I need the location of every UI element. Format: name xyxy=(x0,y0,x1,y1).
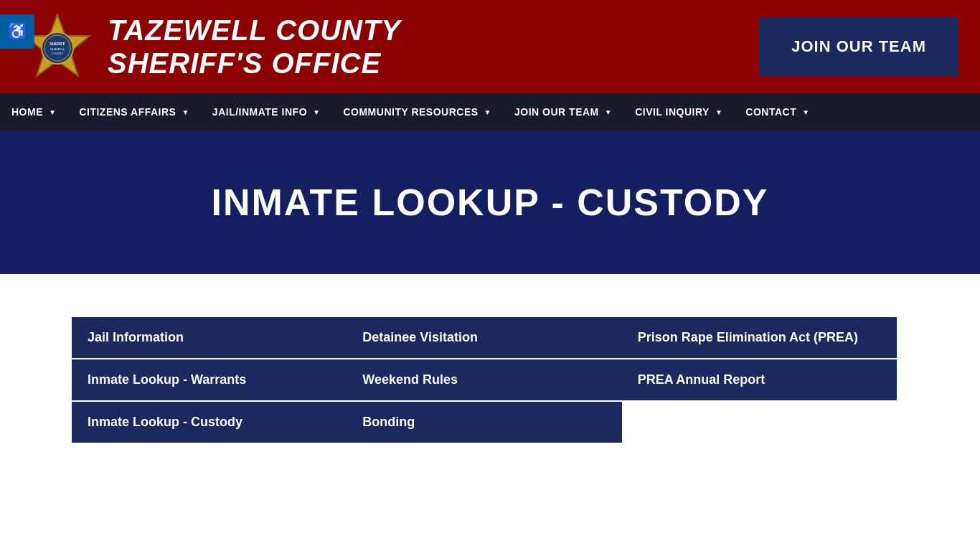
link-prea[interactable]: Prison Rape Elimination Act (PREA) xyxy=(622,317,897,358)
nav-arrow-home: ▼ xyxy=(49,108,56,116)
nav-item-civil-inquiry[interactable]: CIVIL INQUIRY ▼ xyxy=(623,93,734,131)
link-jail-information[interactable]: Jail Information xyxy=(72,317,347,358)
links-column-2: Detainee Visitation Weekend Rules Bondin… xyxy=(347,317,621,444)
hero-section: INMATE LOOKUP - CUSTODY xyxy=(0,131,980,274)
link-inmate-lookup-custody[interactable]: Inmate Lookup - Custody xyxy=(72,402,347,443)
links-column-3: Prison Rape Elimination Act (PREA) PREA … xyxy=(622,317,897,444)
nav-arrow-civil: ▼ xyxy=(715,108,722,116)
nav-item-community-resources[interactable]: COMMUNITY RESOURCES ▼ xyxy=(331,93,503,131)
sidebar-links-grid: Jail Information Inmate Lookup - Warrant… xyxy=(72,317,897,444)
nav-item-citizens-affairs[interactable]: CITIZENS AFFAIRS ▼ xyxy=(67,93,200,131)
link-detainee-visitation[interactable]: Detainee Visitation xyxy=(347,317,621,358)
accessibility-button[interactable]: ♿ xyxy=(0,14,34,49)
site-header: SHERIFF TAZEWELL COUNTY TAZEWELL COUNTY … xyxy=(0,0,980,93)
nav-arrow-join: ▼ xyxy=(605,108,612,116)
svg-text:COUNTY: COUNTY xyxy=(52,52,64,55)
nav-item-jail-inmate-info[interactable]: JAIL/INMATE INFO ▼ xyxy=(201,93,332,131)
header-left: SHERIFF TAZEWELL COUNTY TAZEWELL COUNTY … xyxy=(22,11,401,83)
nav-arrow-citizens: ▼ xyxy=(182,108,189,116)
accessibility-icon: ♿ xyxy=(8,22,27,41)
links-column-1: Jail Information Inmate Lookup - Warrant… xyxy=(72,317,347,444)
svg-text:SHERIFF: SHERIFF xyxy=(50,42,65,46)
join-team-header-button[interactable]: JOIN OUR TEAM xyxy=(759,17,958,76)
nav-arrow-contact: ▼ xyxy=(802,108,809,116)
page-title: INMATE LOOKUP - CUSTODY xyxy=(197,145,783,260)
nav-arrow-jail: ▼ xyxy=(313,108,320,116)
svg-text:TAZEWELL: TAZEWELL xyxy=(50,47,66,51)
site-title: TAZEWELL COUNTY SHERIFF'S OFFICE xyxy=(108,14,401,80)
content-area: Jail Information Inmate Lookup - Warrant… xyxy=(0,274,980,473)
link-prea-annual-report[interactable]: PREA Annual Report xyxy=(622,359,897,400)
nav-item-join-our-team[interactable]: JOIN OUR TEAM ▼ xyxy=(503,93,623,131)
link-bonding[interactable]: Bonding xyxy=(347,402,621,443)
nav-item-contact[interactable]: CONTACT ▼ xyxy=(734,93,821,131)
nav-arrow-community: ▼ xyxy=(484,108,491,116)
link-weekend-rules[interactable]: Weekend Rules xyxy=(347,359,621,400)
nav-item-home[interactable]: HOME ▼ xyxy=(0,93,67,131)
link-inmate-lookup-warrants[interactable]: Inmate Lookup - Warrants xyxy=(72,359,347,400)
main-nav: HOME ▼ CITIZENS AFFAIRS ▼ JAIL/INMATE IN… xyxy=(0,93,980,131)
